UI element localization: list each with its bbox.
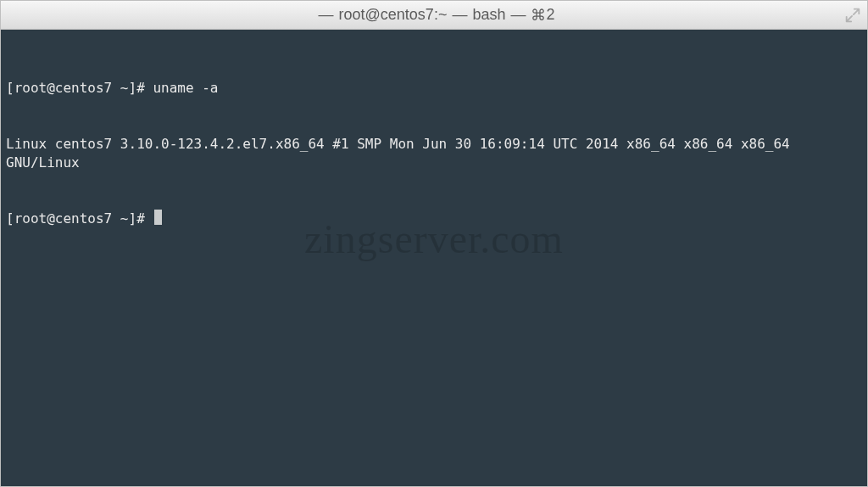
- terminal-line: [root@centos7 ~]# uname -a: [6, 79, 862, 98]
- titlebar-folder: ~: [438, 6, 448, 24]
- prompt: [root@centos7 ~]#: [6, 80, 153, 96]
- titlebar-shortcut-num: 2: [546, 6, 554, 24]
- cmd-key-icon: ⌘: [531, 6, 546, 25]
- titlebar-shell-dash: —: [452, 6, 467, 24]
- terminal-output: Linux centos7 3.10.0-123.4.2.el7.x86_64 …: [6, 135, 862, 172]
- command-text: uname -a: [153, 80, 218, 96]
- terminal-window: — root@centos7:~ — bash — ⌘2 [root@cento…: [0, 0, 868, 487]
- terminal-area[interactable]: [root@centos7 ~]# uname -a Linux centos7…: [1, 30, 867, 486]
- terminal-line: [root@centos7 ~]#: [6, 210, 862, 228]
- cursor: [154, 210, 162, 225]
- titlebar: — root@centos7:~ — bash — ⌘2: [1, 1, 867, 30]
- titlebar-shortcut-dash: —: [510, 6, 526, 24]
- watermark: zingserver.com: [304, 230, 564, 249]
- titlebar-user-host: root@centos7: [339, 6, 434, 24]
- prompt: [root@centos7 ~]#: [6, 210, 153, 227]
- maximize-icon[interactable]: [843, 6, 862, 25]
- titlebar-folder-dash: —: [319, 6, 334, 24]
- titlebar-shell: bash: [472, 6, 505, 24]
